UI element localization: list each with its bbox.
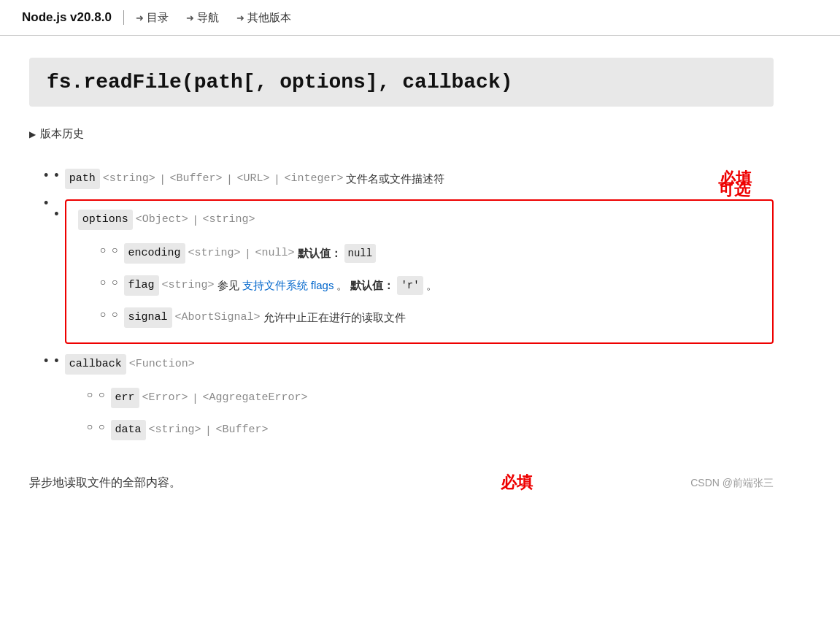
options-sep: | <box>194 211 197 229</box>
callback-sub-list: ○ err <Error> | <AggregateError> ○ <box>65 382 774 446</box>
flag-link[interactable]: 支持文件系统 flags <box>242 277 334 294</box>
flag-type: <string> <box>162 277 215 294</box>
signal-type: <AbortSignal> <box>175 309 261 326</box>
signal-desc: 允许中止正在进行的读取文件 <box>263 309 406 326</box>
param-path-content: path <string> | <Buffer> | <URL> | <inte… <box>65 169 774 189</box>
circle-flag: ○ <box>112 276 117 288</box>
encoding-default-label: 默认值： <box>298 245 342 262</box>
path-sep-2: | <box>228 170 231 188</box>
path-type-1: <string> <box>103 170 155 188</box>
options-header: options <Object> | <string> <box>78 210 760 230</box>
options-sub-list: ○ encoding <string> | <null> 默认值： null <box>78 237 760 334</box>
footer: 异步地读取文件的全部内容。 CSDN @前端张三 <box>29 475 774 491</box>
path-type-2: <Buffer> <box>170 170 223 188</box>
flag-content: flag <string> 参见 支持文件系统 flags 。 默认值： 'r'… <box>124 275 760 296</box>
options-type-1: <Object> <box>136 211 188 229</box>
data-row: data <string> | <Buffer> <box>111 420 774 440</box>
param-path: • path <string> | <Buffer> | <URL> | <in… <box>29 161 774 196</box>
sub-param-data: ○ data <string> | <Buffer> <box>87 414 774 446</box>
flag-trailing: 。 <box>426 277 437 294</box>
bullet-callback: • <box>54 353 58 369</box>
signal-content: signal <AbortSignal> 允许中止正在进行的读取文件 <box>124 307 760 328</box>
flag-name: flag <box>124 275 159 296</box>
err-type-2: <AggregateError> <box>203 389 308 407</box>
nav-versions[interactable]: 其他版本 <box>236 11 291 25</box>
flag-default-label: 默认值： <box>350 277 394 294</box>
encoding-type-1: <string> <box>188 245 241 262</box>
encoding-sep: | <box>247 245 250 262</box>
param-path-row: path <string> | <Buffer> | <URL> | <inte… <box>65 169 774 189</box>
encoding-content: encoding <string> | <null> 默认值： null <box>124 243 760 264</box>
page-title-box: fs.readFile(path[, options], callback) <box>29 58 774 107</box>
param-options-content: 可选 options <Object> | <string> ○ <box>65 196 774 347</box>
callback-name: callback <box>65 354 126 375</box>
nav-brand: Node.js v20.8.0 <box>22 10 124 25</box>
encoding-default-value: null <box>344 244 377 263</box>
err-sep: | <box>194 389 197 407</box>
flag-desc-pre: 参见 <box>217 277 239 294</box>
footer-description: 异步地读取文件的全部内容。 <box>29 475 181 491</box>
options-name: options <box>78 210 133 230</box>
data-type-1: <string> <box>149 421 201 439</box>
path-sep-3: | <box>276 170 279 188</box>
err-content: err <Error> | <AggregateError> <box>111 388 774 408</box>
data-sep: | <box>207 421 210 439</box>
flag-row: flag <string> 参见 支持文件系统 flags 。 默认值： 'r'… <box>124 275 760 296</box>
nav-navigation[interactable]: 导航 <box>186 11 219 25</box>
options-type-2: <string> <box>203 211 255 229</box>
param-callback: • callback <Function> ○ err <Error> <box>29 347 774 453</box>
err-name: err <box>111 388 139 408</box>
flag-default-value: 'r' <box>397 276 423 295</box>
encoding-name: encoding <box>124 243 185 264</box>
sub-param-err: ○ err <Error> | <AggregateError> <box>87 382 774 414</box>
main-content: fs.readFile(path[, options], callback) 版… <box>0 36 803 513</box>
nav-toc[interactable]: 目录 <box>136 11 169 25</box>
encoding-type-2: <null> <box>255 245 295 262</box>
param-options: • 可选 options <Object> | <string> <box>29 196 774 347</box>
circle-encoding: ○ <box>112 244 117 256</box>
circle-signal: ○ <box>112 308 117 320</box>
bullet-options: • <box>54 207 58 222</box>
path-type-4: <integer> <box>284 170 343 188</box>
top-nav: Node.js v20.8.0 目录 导航 其他版本 <box>0 0 840 36</box>
options-box: 可选 options <Object> | <string> ○ <box>65 199 774 344</box>
err-type-1: <Error> <box>142 389 188 407</box>
callback-type: <Function> <box>129 356 195 373</box>
footer-credit: CSDN @前端张三 <box>690 477 774 490</box>
path-name: path <box>65 169 100 189</box>
params-list: • path <string> | <Buffer> | <URL> | <in… <box>29 161 774 453</box>
path-description: 文件名或文件描述符 <box>346 170 444 188</box>
signal-row: signal <AbortSignal> 允许中止正在进行的读取文件 <box>124 307 760 328</box>
sub-param-signal: ○ signal <AbortSignal> 允许中止正在进行的读取文件 <box>100 302 760 334</box>
param-callback-content: callback <Function> ○ err <Error> | <Agg… <box>65 354 774 446</box>
path-sep-1: | <box>161 170 164 188</box>
bullet-path: • <box>54 168 58 183</box>
required-annotation-callback: 必填 <box>501 472 533 494</box>
encoding-row: encoding <string> | <null> 默认值： null <box>124 243 760 264</box>
page-title: fs.readFile(path[, options], callback) <box>47 71 756 93</box>
version-history[interactable]: 版本历史 <box>29 127 774 141</box>
path-type-3: <URL> <box>236 170 269 188</box>
data-content: data <string> | <Buffer> <box>111 420 774 440</box>
circle-data: ○ <box>99 421 104 432</box>
sub-param-flag: ○ flag <string> 参见 支持文件系统 flags 。 默认值： '… <box>100 269 760 302</box>
nav-links: 目录 导航 其他版本 <box>124 11 291 25</box>
data-name: data <box>111 420 146 440</box>
circle-err: ○ <box>99 388 104 400</box>
data-type-2: <Buffer> <box>216 421 269 439</box>
flag-desc-mid: 。 <box>336 277 347 294</box>
err-row: err <Error> | <AggregateError> <box>111 388 774 408</box>
callback-header-row: callback <Function> <box>65 354 774 375</box>
optional-annotation: 可选 <box>718 179 750 201</box>
sub-param-encoding: ○ encoding <string> | <null> 默认值： null <box>100 237 760 269</box>
version-history-label: 版本历史 <box>40 127 84 141</box>
signal-name: signal <box>124 307 172 328</box>
